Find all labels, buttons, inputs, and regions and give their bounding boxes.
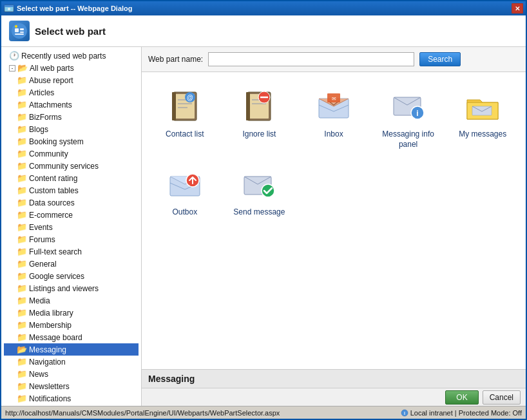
- svg-rect-4: [15, 28, 19, 32]
- toolbar: Web part name: Search: [142, 47, 526, 72]
- tree-item-general[interactable]: 📁General: [4, 258, 139, 270]
- tree-item-media-library[interactable]: 📁Media library: [4, 307, 139, 319]
- tree-item-community-services[interactable]: 📁Community services: [4, 160, 139, 172]
- tree-folder-icon: 📁: [17, 198, 27, 207]
- inbox-icon: ✉: [314, 87, 353, 126]
- tree-item-label: Messaging: [29, 345, 66, 354]
- svg-text:i: i: [416, 109, 418, 118]
- tree-folder-icon: 📁: [17, 357, 27, 367]
- tree-item-e-commerce[interactable]: 📁E-commerce: [4, 209, 139, 221]
- svg-point-2: [8, 8, 10, 10]
- tree-item-all-web-parts[interactable]: - 📂 All web parts: [4, 62, 139, 74]
- grid-item-messaging-info[interactable]: i Messaging info panel: [372, 79, 445, 155]
- status-bar: http://localhost/Manuals/CMSModules/Port…: [1, 406, 526, 419]
- close-button[interactable]: ✕: [512, 3, 523, 14]
- expand-all-icon: -: [9, 65, 15, 72]
- tree-folder-icon: 📁: [17, 320, 27, 330]
- window-icon: [4, 3, 14, 14]
- search-button[interactable]: Search: [419, 52, 461, 66]
- tree-item-full-text-search[interactable]: 📁Full-text search: [4, 245, 139, 258]
- grid-item-send-message[interactable]: Send message: [223, 157, 296, 224]
- tree-item-label: Media library: [29, 309, 73, 318]
- all-web-parts-label: All web parts: [30, 64, 74, 73]
- security-icon: i: [401, 409, 408, 417]
- tree-folder-icon: 📁: [17, 296, 27, 305]
- svg-rect-19: [246, 92, 250, 120]
- tree-item-notifications[interactable]: 📁Notifications: [4, 392, 139, 405]
- tree-folder-icon: 📁: [17, 173, 27, 183]
- grid-item-my-messages[interactable]: My messages: [446, 79, 519, 155]
- tree-item-recently-used[interactable]: 🕐 Recently used web parts: [4, 50, 139, 62]
- tree-item-articles[interactable]: 📁Articles: [4, 86, 139, 99]
- outbox-icon: [166, 165, 204, 204]
- tree-item-google-services[interactable]: 📁Google services: [4, 270, 139, 282]
- messaging-info-icon: i: [389, 87, 428, 126]
- tree-item-label: Forums: [29, 235, 55, 244]
- tree-item-booking-system[interactable]: 📁Booking system: [4, 135, 139, 148]
- messaging-info-label: Messaging info panel: [376, 129, 441, 149]
- svg-rect-5: [20, 28, 24, 30]
- tree-panel: 🕐 Recently used web parts - 📂 All web pa…: [1, 47, 142, 406]
- svg-text:i: i: [404, 411, 405, 415]
- tree-item-label: Booking system: [29, 137, 84, 146]
- ok-button[interactable]: OK: [445, 390, 478, 405]
- all-web-parts-icon: 📂: [17, 63, 28, 73]
- tree-item-label: Attachments: [29, 100, 72, 110]
- webpart-name-input[interactable]: [208, 52, 414, 66]
- tree-folder-icon: 📁: [17, 394, 27, 403]
- tree-item-listings-and-viewers[interactable]: 📁Listings and viewers: [4, 282, 139, 294]
- tree-item-content-rating[interactable]: 📁Content rating: [4, 172, 139, 184]
- tree-folder-icon: 📁: [17, 161, 27, 171]
- my-messages-icon: [463, 87, 502, 126]
- tree-item-newsletters[interactable]: 📁Newsletters: [4, 380, 139, 392]
- tree-item-blogs[interactable]: 📁Blogs: [4, 123, 139, 135]
- tree-item-label: Navigation: [29, 358, 66, 367]
- tree-item-label: Community: [29, 149, 68, 158]
- grid-item-ignore-list[interactable]: Ignore list: [223, 79, 296, 155]
- tree-item-label: Listings and viewers: [29, 284, 99, 293]
- tree-folder-icon: 📁: [17, 100, 27, 110]
- tree-item-label: Membership: [29, 321, 72, 330]
- send-message-label: Send message: [233, 207, 285, 218]
- tree-item-label: Google services: [29, 272, 84, 281]
- header-icon: [9, 21, 30, 41]
- right-panel: Web part name: Search @ Contact list Ign…: [142, 47, 526, 406]
- tree-folder-icon: 📁: [17, 381, 27, 391]
- ignore-list-icon: [240, 87, 278, 126]
- svg-point-8: [15, 25, 17, 28]
- contact-list-icon: @: [166, 87, 204, 126]
- tree-item-label: Newsletters: [29, 382, 70, 391]
- tree-item-navigation[interactable]: 📁Navigation: [4, 356, 139, 368]
- tree-folder-icon: 📁: [17, 75, 27, 85]
- tree-item-label: Abuse report: [29, 76, 73, 85]
- tree-item-label: Content rating: [29, 174, 77, 183]
- webparts-grid: @ Contact list Ignore list ✉ Inbox i Mes…: [142, 72, 526, 369]
- main-content: 🕐 Recently used web parts - 📂 All web pa…: [1, 47, 526, 406]
- tree-item-label: Custom tables: [29, 186, 79, 195]
- tree-item-community[interactable]: 📁Community: [4, 148, 139, 160]
- status-url: http://localhost/Manuals/CMSModules/Port…: [5, 409, 396, 417]
- grid-item-contact-list[interactable]: @ Contact list: [148, 79, 222, 155]
- tree-item-attachments[interactable]: 📁Attachments: [4, 99, 139, 111]
- tree-item-abuse-report[interactable]: 📁Abuse report: [4, 74, 139, 86]
- tree-item-custom-tables[interactable]: 📁Custom tables: [4, 184, 139, 196]
- title-bar: Select web part -- Webpage Dialog ✕: [1, 1, 526, 15]
- tree-item-messaging[interactable]: 📂Messaging: [4, 343, 139, 356]
- grid-item-inbox[interactable]: ✉ Inbox: [297, 79, 370, 155]
- webpart-name-label: Web part name:: [148, 55, 203, 64]
- tree-item-forums[interactable]: 📁Forums: [4, 233, 139, 245]
- tree-item-membership[interactable]: 📁Membership: [4, 319, 139, 331]
- grid-item-outbox[interactable]: Outbox: [148, 157, 222, 224]
- tree-item-message-board[interactable]: 📁Message board: [4, 331, 139, 343]
- recently-used-icon: 🕐: [9, 51, 19, 61]
- tree-item-bizforms[interactable]: 📁BizForms: [4, 111, 139, 123]
- tree-item-label: Notifications: [29, 394, 71, 403]
- outbox-label: Outbox: [172, 207, 197, 218]
- ignore-list-label: Ignore list: [242, 129, 276, 140]
- tree-item-data-sources[interactable]: 📁Data sources: [4, 196, 139, 209]
- cancel-button[interactable]: Cancel: [483, 390, 521, 405]
- tree-item-news[interactable]: 📁News: [4, 368, 139, 380]
- tree-items-list: 📁Abuse report📁Articles📁Attachments📁BizFo…: [4, 74, 139, 406]
- tree-item-media[interactable]: 📁Media: [4, 294, 139, 307]
- tree-item-events[interactable]: 📁Events: [4, 221, 139, 233]
